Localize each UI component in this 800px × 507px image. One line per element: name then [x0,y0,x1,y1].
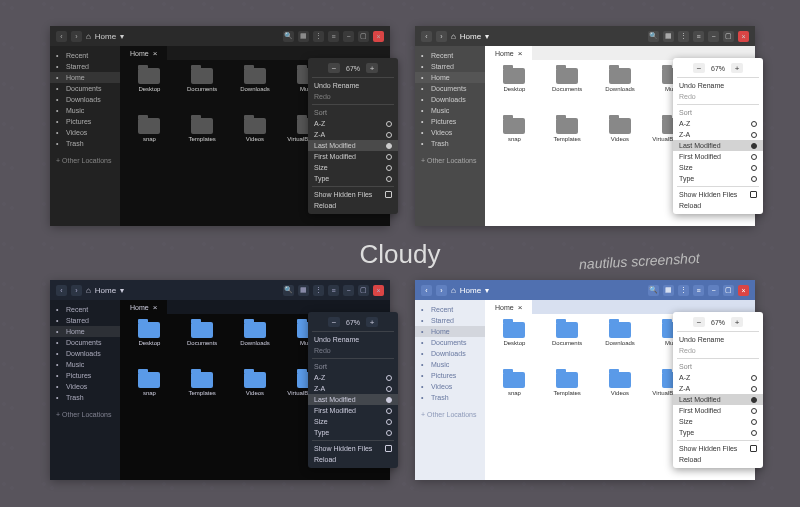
tab-close-icon[interactable]: × [153,49,158,58]
sidebar-item-music[interactable]: •Music [50,359,120,370]
maximize-button[interactable]: ▢ [723,31,734,42]
folder-documents[interactable]: Documents [542,68,593,116]
menu-redo[interactable]: Redo [673,345,763,356]
menu-icon[interactable]: ⋮ [678,285,689,296]
tab-home[interactable]: Home× [120,300,167,314]
chevron-down-icon[interactable]: ▾ [120,286,124,295]
hamburger-icon[interactable]: ≡ [693,285,704,296]
sidebar-item-downloads[interactable]: •Downloads [415,94,485,105]
minimize-button[interactable]: − [343,285,354,296]
sidebar-item-videos[interactable]: •Videos [50,127,120,138]
sidebar-item-downloads[interactable]: •Downloads [50,348,120,359]
chevron-down-icon[interactable]: ▾ [485,286,489,295]
chevron-down-icon[interactable]: ▾ [485,32,489,41]
menu-sort-a-z[interactable]: A-Z [673,372,763,383]
sidebar-item-documents[interactable]: •Documents [50,337,120,348]
menu-sort-size[interactable]: Size [673,416,763,427]
sidebar-item-pictures[interactable]: •Pictures [50,370,120,381]
zoom-out-button[interactable]: − [693,63,705,73]
menu-sort-type[interactable]: Type [673,427,763,438]
zoom-in-button[interactable]: + [366,63,378,73]
folder-snap[interactable]: snap [489,118,540,166]
menu-redo[interactable]: Redo [308,345,398,356]
folder-templates[interactable]: Templates [542,372,593,420]
folder-desktop[interactable]: Desktop [124,68,175,116]
search-icon[interactable]: 🔍 [648,31,659,42]
sidebar-item-recent[interactable]: •Recent [50,50,120,61]
menu-sort-last-modified[interactable]: Last Modified [673,140,763,151]
menu-sort-a-z[interactable]: A-Z [308,118,398,129]
menu-icon[interactable]: ⋮ [678,31,689,42]
hamburger-icon[interactable]: ≡ [328,285,339,296]
folder-downloads[interactable]: Downloads [595,68,646,116]
hamburger-icon[interactable]: ≡ [693,31,704,42]
folder-snap[interactable]: snap [124,372,175,420]
close-button[interactable]: × [373,285,384,296]
folder-templates[interactable]: Templates [177,372,228,420]
chevron-down-icon[interactable]: ▾ [120,32,124,41]
sidebar-item-trash[interactable]: •Trash [50,138,120,149]
menu-sort-type[interactable]: Type [308,427,398,438]
menu-sort-z-a[interactable]: Z-A [308,129,398,140]
forward-button[interactable]: › [436,285,447,296]
grid-icon[interactable]: ▦ [663,31,674,42]
hamburger-icon[interactable]: ≡ [328,31,339,42]
grid-icon[interactable]: ▦ [298,285,309,296]
minimize-button[interactable]: − [343,31,354,42]
sidebar-other-locations[interactable]: + Other Locations [50,409,120,420]
folder-videos[interactable]: Videos [595,118,646,166]
menu-sort-size[interactable]: Size [308,162,398,173]
sidebar-item-starred[interactable]: •Starred [50,61,120,72]
folder-videos[interactable]: Videos [595,372,646,420]
search-icon[interactable]: 🔍 [283,31,294,42]
menu-sort-first-modified[interactable]: First Modified [308,151,398,162]
sidebar-item-documents[interactable]: •Documents [415,83,485,94]
menu-redo[interactable]: Redo [308,91,398,102]
menu-sort-size[interactable]: Size [308,416,398,427]
zoom-out-button[interactable]: − [693,317,705,327]
back-button[interactable]: ‹ [56,31,67,42]
sidebar-item-starred[interactable]: •Starred [50,315,120,326]
menu-show-hidden[interactable]: Show Hidden Files [308,189,398,200]
menu-icon[interactable]: ⋮ [313,285,324,296]
sidebar-item-pictures[interactable]: •Pictures [50,116,120,127]
folder-snap[interactable]: snap [124,118,175,166]
menu-show-hidden[interactable]: Show Hidden Files [308,443,398,454]
tab-close-icon[interactable]: × [518,49,523,58]
grid-icon[interactable]: ▦ [663,285,674,296]
menu-sort-a-z[interactable]: A-Z [673,118,763,129]
menu-undo[interactable]: Undo Rename [308,334,398,345]
menu-reload[interactable]: Reload [673,454,763,465]
menu-sort-last-modified[interactable]: Last Modified [308,394,398,405]
folder-downloads[interactable]: Downloads [595,322,646,370]
menu-sort-z-a[interactable]: Z-A [308,383,398,394]
tab-close-icon[interactable]: × [153,303,158,312]
close-button[interactable]: × [738,31,749,42]
menu-sort-last-modified[interactable]: Last Modified [673,394,763,405]
menu-sort-first-modified[interactable]: First Modified [308,405,398,416]
sidebar-item-trash[interactable]: •Trash [415,392,485,403]
maximize-button[interactable]: ▢ [358,285,369,296]
sidebar-item-starred[interactable]: •Starred [415,315,485,326]
maximize-button[interactable]: ▢ [358,31,369,42]
search-icon[interactable]: 🔍 [648,285,659,296]
folder-templates[interactable]: Templates [542,118,593,166]
menu-sort-z-a[interactable]: Z-A [673,129,763,140]
folder-desktop[interactable]: Desktop [124,322,175,370]
menu-sort-size[interactable]: Size [673,162,763,173]
sidebar-item-documents[interactable]: •Documents [415,337,485,348]
folder-desktop[interactable]: Desktop [489,68,540,116]
sidebar-item-home[interactable]: •Home [415,326,485,337]
sidebar-item-recent[interactable]: •Recent [415,304,485,315]
menu-sort-type[interactable]: Type [308,173,398,184]
menu-redo[interactable]: Redo [673,91,763,102]
back-button[interactable]: ‹ [421,285,432,296]
sidebar-item-videos[interactable]: •Videos [415,127,485,138]
sidebar-item-home[interactable]: •Home [415,72,485,83]
sidebar-item-recent[interactable]: •Recent [415,50,485,61]
tab-home[interactable]: Home× [485,46,532,60]
sidebar-item-home[interactable]: •Home [50,72,120,83]
menu-sort-first-modified[interactable]: First Modified [673,151,763,162]
close-button[interactable]: × [373,31,384,42]
folder-videos[interactable]: Videos [230,118,281,166]
